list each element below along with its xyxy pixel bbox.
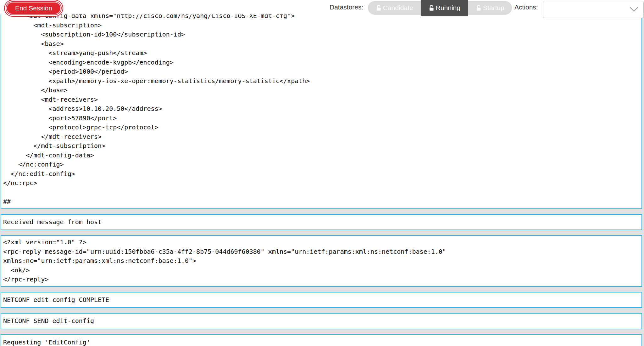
- session-log[interactable]: <mdt-config-data xmlns="http://cisco.com…: [1, 9, 642, 346]
- xml-request-text: <mdt-config-data xmlns="http://cisco.com…: [3, 11, 640, 207]
- unlock-icon: [375, 5, 382, 11]
- datastore-toggle-group: Candidate Running Startup: [368, 1, 512, 15]
- status-text: Requesting 'EditConfig': [3, 338, 640, 346]
- actions-label: Actions:: [514, 0, 538, 14]
- datastore-running-button[interactable]: Running: [421, 0, 468, 16]
- unlock-icon: [475, 5, 482, 11]
- log-message-rpc-reply: <?xml version="1.0" ?> <rpc-reply messag…: [1, 235, 642, 287]
- log-message-received: Received message from host: [1, 214, 642, 230]
- datastore-startup-button[interactable]: Startup: [468, 1, 512, 15]
- datastore-label: Startup: [483, 4, 504, 12]
- log-message-requesting-editconfig: Requesting 'EditConfig': [1, 334, 642, 346]
- top-bar: End Session Datastores: Candidate Runnin…: [0, 0, 644, 14]
- log-message-send-edit-config: NETCONF SEND edit-config: [1, 313, 642, 329]
- status-text: NETCONF edit-config COMPLETE: [3, 295, 640, 305]
- xml-reply-text: <?xml version="1.0" ?> <rpc-reply messag…: [3, 238, 640, 284]
- log-message-edit-config-rpc: <mdt-config-data xmlns="http://cisco.com…: [1, 9, 642, 209]
- status-text: Received message from host: [3, 218, 640, 227]
- datastores-label: Datastores:: [330, 0, 363, 14]
- end-session-button[interactable]: End Session: [6, 1, 62, 15]
- log-message-edit-config-complete: NETCONF edit-config COMPLETE: [1, 292, 642, 308]
- status-text: NETCONF SEND edit-config: [3, 316, 640, 326]
- datastore-label: Candidate: [383, 4, 413, 12]
- datastore-label: Running: [436, 4, 460, 12]
- actions-select[interactable]: [543, 1, 644, 18]
- chevron-down-icon: [630, 7, 638, 12]
- datastore-candidate-button[interactable]: Candidate: [368, 1, 421, 15]
- unlock-icon: [428, 5, 435, 11]
